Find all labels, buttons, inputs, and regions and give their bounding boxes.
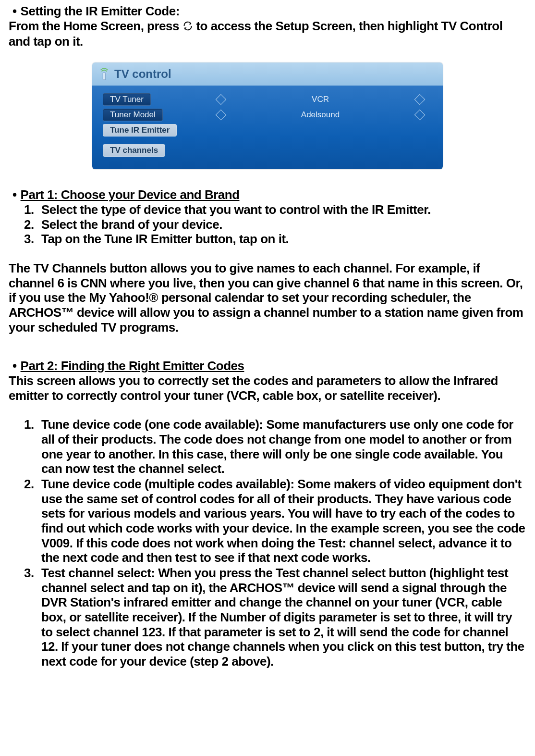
tv-tuner-value: VCR <box>233 95 407 104</box>
part2-item-1: 1. Tune device code (one code available)… <box>9 417 526 476</box>
bullet: • <box>9 359 17 373</box>
part1-heading: Part 1: Choose your Device and Brand <box>21 187 240 202</box>
part2-intro: This screen allows you to correctly set … <box>9 373 526 403</box>
list-number: 3. <box>24 232 38 247</box>
tv-control-screenshot: TV control TV Tuner VCR Tuner Model <box>9 62 526 170</box>
part2-list: 1. Tune device code (one code available)… <box>9 417 526 669</box>
heading-ir-code: • Setting the IR Emitter Code: <box>9 4 526 19</box>
tv-channels-button[interactable]: TV channels <box>103 144 165 157</box>
row-tuner-model: Tuner Model Adelsound <box>103 109 432 121</box>
refresh-icon <box>182 19 193 34</box>
part1-item-1: 1. Select the type of device that you wa… <box>9 202 526 217</box>
tuner-model-label[interactable]: Tuner Model <box>103 109 163 121</box>
heading-text: Setting the IR Emitter Code: <box>21 4 180 19</box>
list-number: 1. <box>24 202 38 217</box>
part2-heading-line: • Part 2: Finding the Right Emitter Code… <box>9 359 526 373</box>
row-tv-tuner: TV Tuner VCR <box>103 93 432 106</box>
antenna-icon <box>99 67 109 81</box>
part1-item-2: 2. Select the brand of your device. <box>9 217 526 232</box>
part2-heading: Part 2: Finding the Right Emitter Codes <box>21 359 244 373</box>
row-tune-ir: Tune IR Emitter <box>103 124 432 136</box>
list-number: 3. <box>24 566 38 581</box>
left-arrow-icon[interactable] <box>216 94 227 105</box>
list-text: Select the type of device that you want … <box>41 202 431 217</box>
bullet: • <box>9 4 17 19</box>
list-text: Tap on the Tune IR Emitter button, tap o… <box>41 232 289 247</box>
part2-item-2: 2. Tune device code (multiple codes avai… <box>9 477 526 565</box>
left-arrow-icon[interactable] <box>216 110 227 121</box>
list-number: 2. <box>24 477 38 492</box>
right-arrow-icon[interactable] <box>414 110 426 121</box>
svg-rect-0 <box>103 73 106 80</box>
list-text: Tune device code (multiple codes availab… <box>41 477 526 565</box>
part1-item-3: 3. Tap on the Tune IR Emitter button, ta… <box>9 232 526 247</box>
row-tv-channels: TV channels <box>103 144 432 157</box>
tv-control-body: TV Tuner VCR Tuner Model Adelsound <box>92 86 443 169</box>
list-text: Select the brand of your device. <box>41 217 222 232</box>
bullet: • <box>9 187 17 202</box>
part1-heading-line: • Part 1: Choose your Device and Brand <box>9 187 526 202</box>
right-arrow-icon[interactable] <box>414 94 426 105</box>
intro-paragraph: From the Home Screen, press to access th… <box>9 19 526 49</box>
tune-ir-emitter-button[interactable]: Tune IR Emitter <box>103 124 177 136</box>
part2-item-3: 3. Test channel select: When you press t… <box>9 566 526 669</box>
list-number: 1. <box>24 417 38 432</box>
tv-control-title: TV control <box>114 67 171 81</box>
tv-control-panel: TV control TV Tuner VCR Tuner Model <box>92 62 443 170</box>
tv-control-header: TV control <box>92 62 443 86</box>
intro-before: From the Home Screen, press <box>9 19 179 33</box>
list-text: Tune device code (one code available): S… <box>41 417 526 476</box>
list-text: Test channel select: When you press the … <box>41 566 526 669</box>
tv-tuner-label[interactable]: TV Tuner <box>103 93 151 106</box>
list-number: 2. <box>24 217 38 232</box>
channels-paragraph: The TV Channels button allows you to giv… <box>9 261 526 335</box>
tuner-model-value: Adelsound <box>233 110 407 120</box>
